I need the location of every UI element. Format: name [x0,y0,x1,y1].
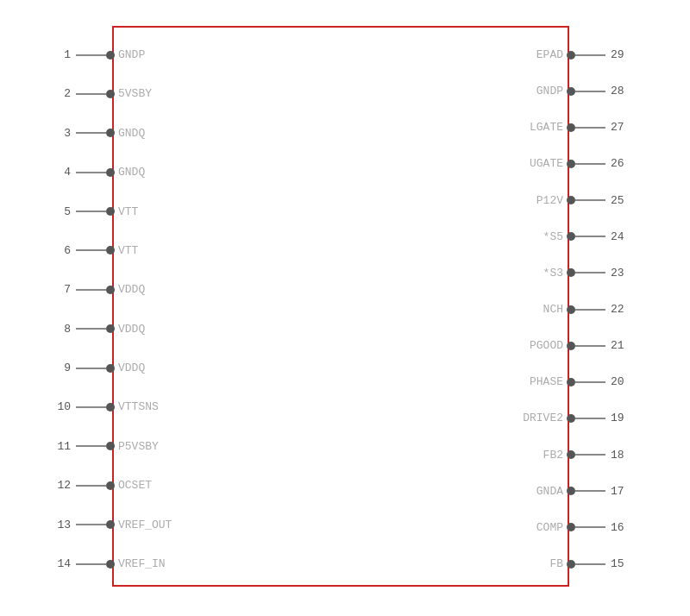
pin-number-7: 7 [49,283,71,296]
pin-dot-right-28 [567,87,575,96]
pin-label-left-4: GNDQ [118,166,145,179]
pin-number-14: 14 [49,557,71,570]
left-pin-5: 5 VTT [49,205,115,218]
pin-dot-left-14 [106,560,115,569]
pin-line-left-9 [76,368,106,369]
pin-label-left-8: VDDQ [118,323,145,336]
pin-label-left-6: VTT [118,244,138,257]
left-pin-2: 2 5VSBY [49,87,115,100]
pin-line-right-23 [575,272,605,273]
pin-line-right-26 [575,163,605,165]
left-pin-3: 3 GNDQ [49,127,115,140]
pin-number-10: 10 [49,400,71,413]
pin-number-9: 9 [49,361,71,374]
pin-dot-left-9 [106,364,115,373]
left-pin-13: 13 VREF_OUT [49,519,115,531]
pin-number-right-21: 21 [611,339,632,352]
pin-dot-right-20 [567,378,575,387]
pin-label-right-21: PGOOD [530,339,563,352]
pin-dot-left-6 [106,246,115,255]
pin-line-right-15 [575,563,605,565]
pin-line-left-11 [76,445,106,447]
pin-number-11: 11 [49,440,71,453]
pin-label-right-24: *S5 [543,230,563,243]
pin-label-right-17: GNDA [536,485,563,498]
pin-line-right-22 [575,309,605,311]
right-pin-26: UGATE 26 [567,157,632,170]
pin-label-left-9: VDDQ [118,361,145,374]
right-pin-19: DRIVE2 19 [567,412,632,424]
pin-number-right-25: 25 [611,194,632,207]
pin-label-right-20: PHASE [530,375,563,388]
left-pin-8: 8 VDDQ [49,323,115,336]
pin-number-right-23: 23 [611,267,632,280]
pin-line-left-7 [76,289,106,291]
pin-dot-left-11 [106,442,115,450]
pin-line-right-28 [575,91,605,92]
pin-label-right-29: EPAD [536,48,563,61]
left-pin-7: 7 VDDQ [49,283,115,296]
pin-label-left-13: VREF_OUT [118,519,172,531]
pin-label-left-7: VDDQ [118,283,145,296]
pin-number-right-28: 28 [611,85,632,97]
pin-number-right-18: 18 [611,449,632,462]
left-pin-4: 4 GNDQ [49,166,115,179]
pin-line-right-17 [575,490,605,492]
pin-label-left-12: OCSET [118,479,152,492]
pin-dot-right-15 [567,560,575,569]
pin-dot-left-5 [106,207,115,216]
pin-line-left-2 [76,93,106,95]
pin-label-left-2: 5VSBY [118,87,152,100]
pin-number-5: 5 [49,205,71,218]
pin-label-right-15: FB [549,557,563,570]
pin-number-right-27: 27 [611,121,632,134]
pin-number-3: 3 [49,127,71,140]
pin-dot-right-16 [567,523,575,531]
pin-line-left-13 [76,524,106,525]
pin-line-right-29 [575,54,605,56]
pin-number-2: 2 [49,87,71,100]
pin-line-left-1 [76,54,106,56]
pin-dot-right-25 [567,196,575,204]
pin-number-right-24: 24 [611,230,632,243]
pin-label-left-11: P5VSBY [118,440,159,453]
right-pin-21: PGOOD 21 [567,339,632,352]
pin-line-left-6 [76,249,106,251]
right-pin-22: NCH 22 [567,303,632,316]
ic-body: 1 GNDP 2 5VSBY 3 GNDQ 4 GNDQ 5 VTT 6 [112,26,569,587]
left-pin-14: 14 VREF_IN [49,557,115,570]
pin-label-left-5: VTT [118,205,138,218]
pin-label-left-10: VTTSNS [118,400,159,413]
pin-label-right-16: COMP [536,521,563,534]
pin-dot-right-23 [567,268,575,277]
right-pin-25: P12V 25 [567,194,632,207]
pin-label-right-26: UGATE [530,157,563,170]
pin-dot-left-13 [106,520,115,529]
pin-dot-right-26 [567,160,575,168]
pin-label-right-27: LGATE [530,121,563,134]
left-pin-11: 11 P5VSBY [49,440,115,453]
pin-line-left-4 [76,172,106,173]
pin-label-right-28: GNDP [536,85,563,97]
pin-line-right-18 [575,454,605,456]
pin-line-left-3 [76,132,106,134]
pin-number-4: 4 [49,166,71,179]
right-pin-17: GNDA 17 [567,485,632,498]
pin-dot-right-17 [567,487,575,495]
pin-line-left-5 [76,211,106,212]
left-pin-6: 6 VTT [49,244,115,257]
pin-line-right-25 [575,199,605,201]
pin-dot-right-24 [567,232,575,241]
pin-number-13: 13 [49,519,71,531]
pin-dot-left-3 [106,129,115,137]
pin-number-right-16: 16 [611,521,632,534]
pin-label-left-1: GNDP [118,48,145,61]
pin-label-right-22: NCH [543,303,563,316]
pin-dot-left-10 [106,403,115,412]
pin-label-right-19: DRIVE2 [523,412,563,424]
pin-line-right-21 [575,345,605,347]
pin-number-right-29: 29 [611,48,632,61]
pin-label-right-23: *S3 [543,267,563,280]
pin-dot-left-4 [106,168,115,177]
right-pin-18: FB2 18 [567,449,632,462]
